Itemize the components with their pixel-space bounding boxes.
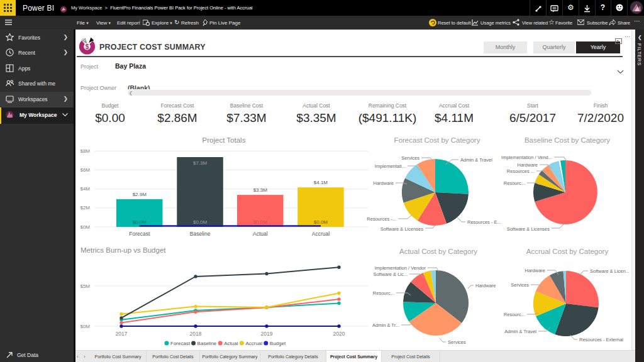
svg-text:Hardware: Hardware (517, 162, 538, 168)
svg-text:Forecast Cost by Category: Forecast Cost by Category (394, 136, 480, 144)
svg-text:Resourc...: Resourc... (504, 180, 525, 186)
svg-text:Resources - External: Resources - External (579, 337, 623, 343)
svg-text:$2.9M: $2.9M (133, 192, 147, 197)
svg-text:Actual: Actual (253, 231, 268, 237)
svg-text:Accrual: Accrual (245, 341, 262, 346)
svg-text:Services: Services (511, 282, 529, 288)
svg-text:Project Totals: Project Totals (203, 136, 246, 144)
svg-text:$0.0M: $0.0M (253, 219, 268, 225)
svg-text:Implementati...: Implementati... (375, 163, 406, 169)
svg-text:Resources -...: Resources -... (367, 216, 396, 222)
svg-text:Implementation / Vendor: Implementation / Vendor (375, 265, 426, 271)
svg-text:Admin & Travel: Admin & Travel (460, 157, 492, 163)
svg-text:Services: Services (401, 155, 419, 161)
svg-text:$4.1M: $4.1M (314, 180, 328, 185)
svg-text:Budget: Budget (270, 341, 286, 346)
svg-text:Hardware: Hardware (525, 268, 545, 273)
svg-text:$3.3M: $3.3M (253, 187, 268, 193)
svg-text:Actual Cost by Category: Actual Cost by Category (399, 248, 477, 255)
svg-text:$5M: $5M (80, 283, 90, 289)
svg-text:Implementation / Vend...: Implementation / Vend... (501, 155, 552, 160)
svg-text:Baseline: Baseline (190, 231, 211, 237)
svg-text:Baseline Cost by Category: Baseline Cost by Category (525, 136, 610, 144)
svg-text:Hardware: Hardware (373, 180, 394, 186)
svg-text:$2M: $2M (80, 205, 90, 211)
svg-text:Resourc...: Resourc... (504, 312, 525, 317)
svg-text:$8M: $8M (80, 148, 90, 154)
svg-text:Forecast: Forecast (170, 341, 191, 346)
svg-text:Admin & Tr...: Admin & Tr... (372, 322, 399, 328)
svg-text:Accrual: Accrual (312, 231, 330, 237)
svg-text:$0M: $0M (80, 324, 90, 329)
svg-text:Software & Licenses: Software & Licenses (507, 226, 550, 232)
svg-text:Software & Licen...: Software & Licen... (590, 268, 630, 274)
svg-text:$0M: $0M (80, 224, 90, 230)
svg-text:Baseline: Baseline (197, 341, 217, 346)
svg-text:2019: 2019 (261, 331, 273, 337)
svg-text:Hardware: Hardware (475, 283, 496, 288)
svg-text:$0.0M: $0.0M (133, 219, 147, 225)
svg-text:$6M: $6M (80, 167, 90, 173)
svg-text:2017: 2017 (116, 331, 128, 337)
svg-text:2018: 2018 (190, 331, 202, 337)
svg-text:Software & Lic...: Software & Lic... (373, 272, 408, 277)
svg-text:Forecast: Forecast (129, 231, 150, 237)
svg-text:$7.3M: $7.3M (193, 160, 208, 166)
svg-text:2020: 2020 (333, 331, 345, 337)
svg-text:Actual: Actual (224, 341, 238, 346)
svg-text:Resourc...: Resourc... (373, 290, 394, 296)
svg-text:Metrics Burn-up vs Budget: Metrics Burn-up vs Budget (80, 246, 166, 254)
svg-text:$4M: $4M (80, 186, 90, 192)
svg-text:$0.0M: $0.0M (193, 219, 208, 225)
svg-text:$0.0M: $0.0M (314, 219, 328, 225)
svg-text:Software & Licenses: Software & Licenses (380, 226, 424, 232)
svg-text:Services: Services (448, 339, 466, 345)
svg-text:Accrual Cost by Category: Accrual Cost by Category (526, 248, 609, 255)
svg-text:Resources - E...: Resources - E... (467, 219, 501, 225)
svg-text:Admin & Travel: Admin & Travel (504, 329, 536, 334)
svg-text:Resources ...: Resources ... (507, 168, 535, 174)
